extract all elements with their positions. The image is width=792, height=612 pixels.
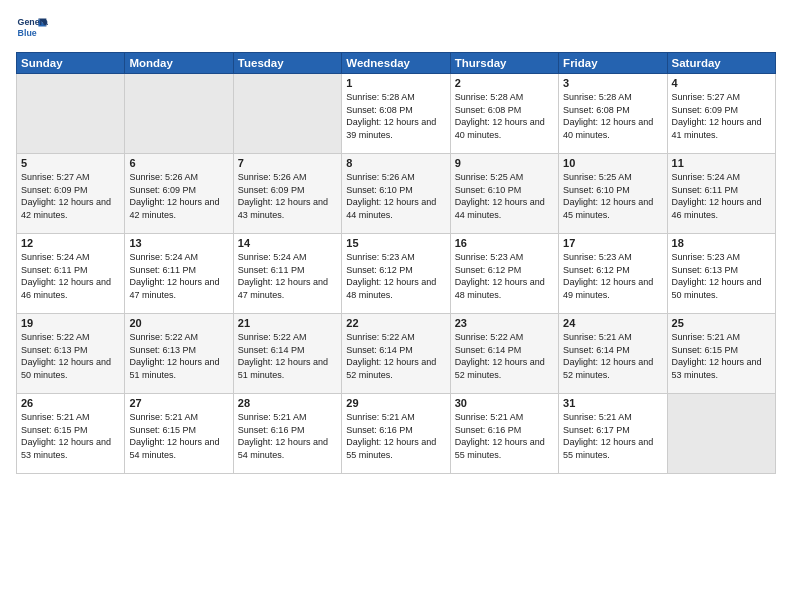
calendar-cell: 24 Sunrise: 5:21 AMSunset: 6:14 PMDaylig… (559, 314, 667, 394)
calendar-cell (667, 394, 775, 474)
calendar-cell (125, 74, 233, 154)
day-number: 30 (455, 397, 554, 409)
day-info: Sunrise: 5:21 AMSunset: 6:15 PMDaylight:… (672, 331, 771, 381)
day-info: Sunrise: 5:21 AMSunset: 6:15 PMDaylight:… (129, 411, 228, 461)
day-info: Sunrise: 5:28 AMSunset: 6:08 PMDaylight:… (563, 91, 662, 141)
calendar-cell: 23 Sunrise: 5:22 AMSunset: 6:14 PMDaylig… (450, 314, 558, 394)
calendar-cell: 4 Sunrise: 5:27 AMSunset: 6:09 PMDayligh… (667, 74, 775, 154)
day-number: 28 (238, 397, 337, 409)
calendar-cell: 18 Sunrise: 5:23 AMSunset: 6:13 PMDaylig… (667, 234, 775, 314)
day-number: 20 (129, 317, 228, 329)
day-info: Sunrise: 5:22 AMSunset: 6:14 PMDaylight:… (346, 331, 445, 381)
calendar-week-row: 1 Sunrise: 5:28 AMSunset: 6:08 PMDayligh… (17, 74, 776, 154)
day-info: Sunrise: 5:22 AMSunset: 6:14 PMDaylight:… (455, 331, 554, 381)
day-number: 21 (238, 317, 337, 329)
weekday-header-saturday: Saturday (667, 53, 775, 74)
day-number: 6 (129, 157, 228, 169)
day-number: 17 (563, 237, 662, 249)
day-info: Sunrise: 5:25 AMSunset: 6:10 PMDaylight:… (455, 171, 554, 221)
calendar-week-row: 5 Sunrise: 5:27 AMSunset: 6:09 PMDayligh… (17, 154, 776, 234)
calendar-week-row: 12 Sunrise: 5:24 AMSunset: 6:11 PMDaylig… (17, 234, 776, 314)
calendar-cell: 9 Sunrise: 5:25 AMSunset: 6:10 PMDayligh… (450, 154, 558, 234)
calendar-cell: 20 Sunrise: 5:22 AMSunset: 6:13 PMDaylig… (125, 314, 233, 394)
day-number: 23 (455, 317, 554, 329)
calendar-cell: 17 Sunrise: 5:23 AMSunset: 6:12 PMDaylig… (559, 234, 667, 314)
calendar-cell: 25 Sunrise: 5:21 AMSunset: 6:15 PMDaylig… (667, 314, 775, 394)
calendar-cell: 26 Sunrise: 5:21 AMSunset: 6:15 PMDaylig… (17, 394, 125, 474)
weekday-header-thursday: Thursday (450, 53, 558, 74)
calendar-cell: 19 Sunrise: 5:22 AMSunset: 6:13 PMDaylig… (17, 314, 125, 394)
logo-icon: General Blue (16, 12, 48, 44)
calendar-cell: 29 Sunrise: 5:21 AMSunset: 6:16 PMDaylig… (342, 394, 450, 474)
day-number: 29 (346, 397, 445, 409)
day-info: Sunrise: 5:24 AMSunset: 6:11 PMDaylight:… (238, 251, 337, 301)
day-number: 19 (21, 317, 120, 329)
day-info: Sunrise: 5:22 AMSunset: 6:14 PMDaylight:… (238, 331, 337, 381)
calendar-cell: 11 Sunrise: 5:24 AMSunset: 6:11 PMDaylig… (667, 154, 775, 234)
calendar-cell: 30 Sunrise: 5:21 AMSunset: 6:16 PMDaylig… (450, 394, 558, 474)
calendar-cell: 16 Sunrise: 5:23 AMSunset: 6:12 PMDaylig… (450, 234, 558, 314)
day-info: Sunrise: 5:23 AMSunset: 6:13 PMDaylight:… (672, 251, 771, 301)
calendar-cell: 5 Sunrise: 5:27 AMSunset: 6:09 PMDayligh… (17, 154, 125, 234)
day-info: Sunrise: 5:26 AMSunset: 6:10 PMDaylight:… (346, 171, 445, 221)
day-info: Sunrise: 5:21 AMSunset: 6:14 PMDaylight:… (563, 331, 662, 381)
day-number: 18 (672, 237, 771, 249)
calendar-cell: 3 Sunrise: 5:28 AMSunset: 6:08 PMDayligh… (559, 74, 667, 154)
day-number: 14 (238, 237, 337, 249)
calendar-page: General Blue SundayMondayTuesdayWednesda… (0, 0, 792, 612)
day-info: Sunrise: 5:26 AMSunset: 6:09 PMDaylight:… (238, 171, 337, 221)
calendar-cell: 14 Sunrise: 5:24 AMSunset: 6:11 PMDaylig… (233, 234, 341, 314)
day-number: 25 (672, 317, 771, 329)
calendar-cell (17, 74, 125, 154)
weekday-header-monday: Monday (125, 53, 233, 74)
day-info: Sunrise: 5:24 AMSunset: 6:11 PMDaylight:… (129, 251, 228, 301)
calendar-cell: 10 Sunrise: 5:25 AMSunset: 6:10 PMDaylig… (559, 154, 667, 234)
svg-text:General: General (18, 17, 48, 27)
day-number: 2 (455, 77, 554, 89)
day-info: Sunrise: 5:25 AMSunset: 6:10 PMDaylight:… (563, 171, 662, 221)
calendar-cell: 1 Sunrise: 5:28 AMSunset: 6:08 PMDayligh… (342, 74, 450, 154)
day-number: 3 (563, 77, 662, 89)
day-number: 24 (563, 317, 662, 329)
day-number: 16 (455, 237, 554, 249)
weekday-header-tuesday: Tuesday (233, 53, 341, 74)
day-number: 13 (129, 237, 228, 249)
day-info: Sunrise: 5:23 AMSunset: 6:12 PMDaylight:… (346, 251, 445, 301)
weekday-header-friday: Friday (559, 53, 667, 74)
day-info: Sunrise: 5:23 AMSunset: 6:12 PMDaylight:… (563, 251, 662, 301)
day-number: 1 (346, 77, 445, 89)
day-number: 4 (672, 77, 771, 89)
calendar-cell: 28 Sunrise: 5:21 AMSunset: 6:16 PMDaylig… (233, 394, 341, 474)
weekday-header-sunday: Sunday (17, 53, 125, 74)
day-number: 8 (346, 157, 445, 169)
calendar-cell (233, 74, 341, 154)
calendar-cell: 13 Sunrise: 5:24 AMSunset: 6:11 PMDaylig… (125, 234, 233, 314)
day-info: Sunrise: 5:24 AMSunset: 6:11 PMDaylight:… (21, 251, 120, 301)
day-info: Sunrise: 5:27 AMSunset: 6:09 PMDaylight:… (672, 91, 771, 141)
day-number: 31 (563, 397, 662, 409)
day-number: 11 (672, 157, 771, 169)
calendar-cell: 31 Sunrise: 5:21 AMSunset: 6:17 PMDaylig… (559, 394, 667, 474)
day-info: Sunrise: 5:21 AMSunset: 6:17 PMDaylight:… (563, 411, 662, 461)
day-info: Sunrise: 5:28 AMSunset: 6:08 PMDaylight:… (455, 91, 554, 141)
day-info: Sunrise: 5:28 AMSunset: 6:08 PMDaylight:… (346, 91, 445, 141)
logo: General Blue (16, 12, 48, 44)
day-number: 26 (21, 397, 120, 409)
calendar-cell: 7 Sunrise: 5:26 AMSunset: 6:09 PMDayligh… (233, 154, 341, 234)
day-number: 5 (21, 157, 120, 169)
calendar-cell: 6 Sunrise: 5:26 AMSunset: 6:09 PMDayligh… (125, 154, 233, 234)
day-info: Sunrise: 5:23 AMSunset: 6:12 PMDaylight:… (455, 251, 554, 301)
calendar-cell: 15 Sunrise: 5:23 AMSunset: 6:12 PMDaylig… (342, 234, 450, 314)
day-info: Sunrise: 5:21 AMSunset: 6:16 PMDaylight:… (455, 411, 554, 461)
svg-text:Blue: Blue (18, 28, 37, 38)
calendar-cell: 21 Sunrise: 5:22 AMSunset: 6:14 PMDaylig… (233, 314, 341, 394)
day-number: 9 (455, 157, 554, 169)
day-info: Sunrise: 5:22 AMSunset: 6:13 PMDaylight:… (21, 331, 120, 381)
weekday-header-wednesday: Wednesday (342, 53, 450, 74)
day-number: 22 (346, 317, 445, 329)
day-number: 10 (563, 157, 662, 169)
day-number: 7 (238, 157, 337, 169)
day-info: Sunrise: 5:24 AMSunset: 6:11 PMDaylight:… (672, 171, 771, 221)
calendar-cell: 12 Sunrise: 5:24 AMSunset: 6:11 PMDaylig… (17, 234, 125, 314)
calendar-week-row: 26 Sunrise: 5:21 AMSunset: 6:15 PMDaylig… (17, 394, 776, 474)
